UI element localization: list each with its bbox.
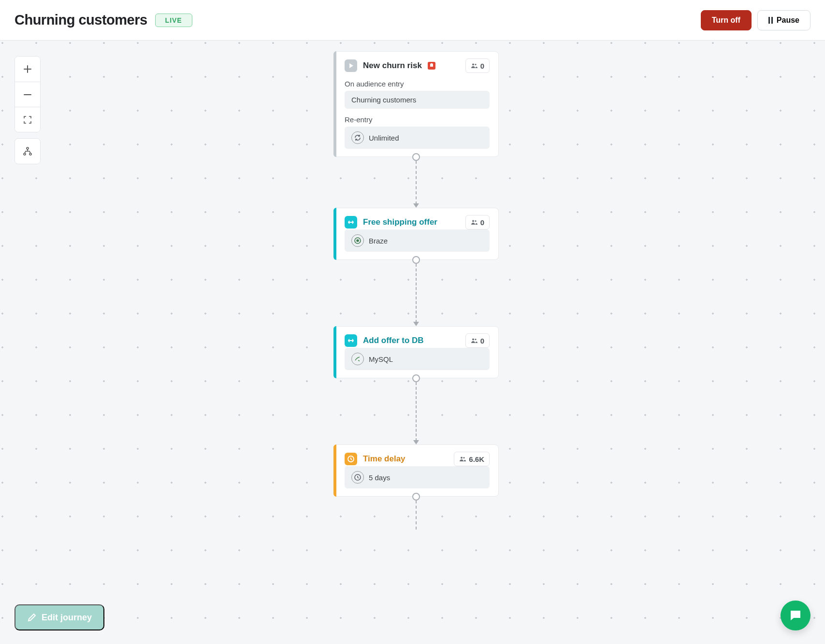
- node-header: Add offer to DB0: [345, 333, 490, 348]
- node-header-left: Add offer to DB: [345, 334, 424, 347]
- alert-icon: [428, 62, 435, 70]
- node-title: Add offer to DB: [363, 336, 424, 345]
- header: Churning customers LIVE Turn off Pause: [0, 0, 825, 41]
- refresh-icon: [351, 131, 364, 144]
- status-badge: LIVE: [155, 14, 192, 27]
- pause-button[interactable]: Pause: [757, 10, 811, 30]
- svg-point-5: [472, 220, 474, 222]
- flow-column: New churn risk0On audience entryChurning…: [333, 51, 499, 530]
- field-value-box[interactable]: MySQL: [345, 348, 490, 370]
- audience-count-pill[interactable]: 6.6K: [454, 452, 490, 466]
- svg-point-2: [29, 153, 31, 155]
- audience-count: 6.6K: [469, 455, 484, 463]
- canvas-toolbar: [14, 56, 41, 164]
- node-title: Time delay: [363, 454, 405, 464]
- svg-point-10: [475, 339, 476, 340]
- arrowhead-icon: [413, 203, 419, 208]
- field-value: 5 days: [369, 473, 390, 482]
- node-add_offer_db[interactable]: Add offer to DB0MySQL: [333, 326, 499, 378]
- journey-canvas[interactable]: New churn risk0On audience entryChurning…: [0, 41, 825, 644]
- zoom-group: [14, 56, 41, 132]
- audience-count: 0: [480, 337, 484, 345]
- audience-count-pill[interactable]: 0: [465, 333, 490, 348]
- svg-point-8: [357, 240, 359, 242]
- svg-point-3: [472, 64, 474, 66]
- field-value-box[interactable]: Churning customers: [345, 91, 490, 109]
- header-right: Turn off Pause: [701, 10, 811, 30]
- connector-line: [416, 501, 417, 530]
- svg-point-13: [463, 457, 465, 458]
- expand-icon: [23, 115, 32, 124]
- node-time_delay[interactable]: Time delay6.6K5 days: [333, 444, 499, 497]
- sync-icon: [345, 216, 357, 229]
- plus-icon: [24, 65, 31, 73]
- field-label: On audience entry: [345, 80, 490, 88]
- connector: [412, 378, 420, 444]
- minus-icon: [24, 91, 31, 99]
- field-value: MySQL: [369, 355, 393, 363]
- svg-point-4: [475, 64, 476, 65]
- audience-count: 0: [480, 218, 484, 227]
- users-icon: [471, 63, 478, 69]
- node-header: Free shipping offer0: [345, 215, 490, 229]
- turn-off-button[interactable]: Turn off: [701, 10, 752, 30]
- tree-icon: [23, 146, 32, 156]
- svg-point-12: [461, 457, 463, 459]
- node-header: New churn risk0: [345, 58, 490, 73]
- braze-icon: [351, 234, 364, 247]
- edit-journey-button[interactable]: Edit journey: [14, 604, 104, 630]
- zoom-out-button[interactable]: [15, 82, 40, 107]
- field-label: Re-entry: [345, 115, 490, 124]
- connector: [412, 497, 420, 530]
- fit-view-button[interactable]: [15, 107, 40, 132]
- zoom-in-button[interactable]: [15, 57, 40, 82]
- connector-line: [416, 382, 417, 441]
- users-icon: [459, 456, 466, 462]
- connector: [412, 260, 420, 326]
- svg-point-0: [27, 147, 29, 149]
- field-value-box[interactable]: Unlimited: [345, 127, 490, 149]
- field-value: Unlimited: [369, 134, 399, 142]
- tree-group: [14, 138, 41, 164]
- field-value-box[interactable]: 5 days: [345, 466, 490, 488]
- node-header: Time delay6.6K: [345, 452, 490, 466]
- edit-journey-label: Edit journey: [42, 613, 92, 623]
- field-value: Churning customers: [351, 96, 416, 104]
- audience-count-pill[interactable]: 0: [465, 58, 490, 73]
- node-free_shipping[interactable]: Free shipping offer0Braze: [333, 208, 499, 260]
- pause-icon: [768, 17, 773, 24]
- node-header-left: Free shipping offer: [345, 216, 437, 229]
- clock-icon: [345, 453, 357, 465]
- node-title: Free shipping offer: [363, 217, 437, 227]
- arrowhead-icon: [413, 322, 419, 326]
- output-port[interactable]: [412, 374, 420, 382]
- tree-view-button[interactable]: [15, 139, 40, 164]
- header-left: Churning customers LIVE: [14, 12, 192, 28]
- pause-label: Pause: [777, 16, 799, 25]
- output-port[interactable]: [412, 493, 420, 501]
- svg-point-9: [472, 339, 474, 341]
- field-value-box[interactable]: Braze: [345, 229, 490, 252]
- arrowhead-icon: [413, 440, 419, 444]
- audience-count-pill[interactable]: 0: [465, 215, 490, 229]
- node-title: New churn risk: [363, 61, 422, 71]
- connector-line: [416, 264, 417, 323]
- mysql-icon: [351, 353, 364, 365]
- sync-icon: [345, 334, 357, 347]
- connector-line: [416, 161, 417, 204]
- node-start[interactable]: New churn risk0On audience entryChurning…: [333, 51, 499, 157]
- pencil-icon: [27, 613, 37, 622]
- chat-icon: [788, 608, 803, 623]
- node-header-left: Time delay: [345, 453, 405, 465]
- svg-point-1: [24, 153, 26, 155]
- clock-o-icon: [351, 471, 364, 484]
- users-icon: [471, 338, 478, 343]
- node-header-left: New churn risk: [345, 59, 435, 72]
- output-port[interactable]: [412, 153, 420, 161]
- audience-count: 0: [480, 62, 484, 70]
- chat-launcher[interactable]: [781, 601, 811, 630]
- play-icon: [345, 59, 357, 72]
- users-icon: [471, 219, 478, 225]
- output-port[interactable]: [412, 256, 420, 264]
- field-value: Braze: [369, 237, 388, 245]
